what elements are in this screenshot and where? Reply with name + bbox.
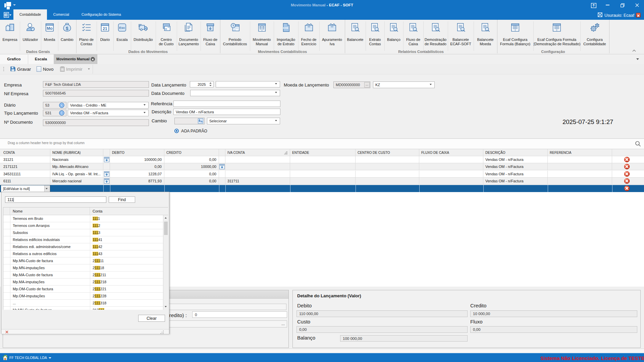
svg-text:%: % [200, 120, 203, 123]
